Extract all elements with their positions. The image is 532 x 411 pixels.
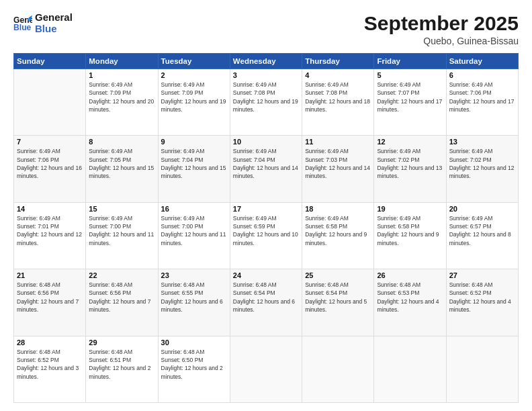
month-title: September 2025 [364,12,519,34]
table-row: 21Sunrise: 6:48 AMSunset: 6:56 PMDayligh… [14,269,86,336]
day-number: 24 [233,271,299,279]
table-row: 25Sunrise: 6:48 AMSunset: 6:54 PMDayligh… [302,269,374,336]
page: General Blue General Blue September 2025… [0,0,532,411]
day-info: Sunrise: 6:49 AMSunset: 7:04 PMDaylight:… [161,147,227,180]
table-row: 3Sunrise: 6:49 AMSunset: 7:08 PMDaylight… [230,69,302,136]
day-number: 29 [89,338,154,347]
day-info: Sunrise: 6:49 AMSunset: 7:06 PMDaylight:… [449,81,515,113]
day-number: 11 [305,138,371,146]
table-row: 12Sunrise: 6:49 AMSunset: 7:02 PMDayligh… [374,136,446,202]
table-row [374,336,446,402]
day-info: Sunrise: 6:49 AMSunset: 7:00 PMDaylight:… [161,214,227,247]
calendar-week-row: 7Sunrise: 6:49 AMSunset: 7:06 PMDaylight… [14,136,519,202]
day-info: Sunrise: 6:49 AMSunset: 7:02 PMDaylight:… [449,147,515,180]
day-number: 9 [161,138,227,146]
day-number: 22 [89,271,154,279]
day-number: 30 [161,338,227,347]
table-row [230,336,302,402]
day-number: 10 [233,138,299,146]
table-row: 14Sunrise: 6:49 AMSunset: 7:01 PMDayligh… [14,202,86,269]
day-info: Sunrise: 6:48 AMSunset: 6:51 PMDaylight:… [89,348,154,381]
logo: General Blue General Blue [13,12,73,34]
day-info: Sunrise: 6:49 AMSunset: 7:09 PMDaylight:… [89,81,154,113]
day-number: 20 [449,205,515,213]
calendar-week-row: 1Sunrise: 6:49 AMSunset: 7:09 PMDaylight… [14,69,519,136]
day-info: Sunrise: 6:49 AMSunset: 7:04 PMDaylight:… [233,147,299,180]
table-row: 22Sunrise: 6:48 AMSunset: 6:56 PMDayligh… [86,269,158,336]
day-info: Sunrise: 6:49 AMSunset: 7:08 PMDaylight:… [305,81,371,113]
calendar-header-row: Sunday Monday Tuesday Wednesday Thursday… [14,54,519,69]
table-row: 20Sunrise: 6:49 AMSunset: 6:57 PMDayligh… [446,202,518,269]
table-row: 9Sunrise: 6:49 AMSunset: 7:04 PMDaylight… [158,136,230,202]
day-info: Sunrise: 6:49 AMSunset: 7:09 PMDaylight:… [161,81,227,113]
day-info: Sunrise: 6:49 AMSunset: 7:08 PMDaylight:… [233,81,299,113]
day-info: Sunrise: 6:49 AMSunset: 7:02 PMDaylight:… [377,147,443,180]
day-number: 2 [161,71,227,79]
table-row: 4Sunrise: 6:49 AMSunset: 7:08 PMDaylight… [302,69,374,136]
calendar-week-row: 28Sunrise: 6:48 AMSunset: 6:52 PMDayligh… [14,336,519,402]
day-number: 21 [17,271,83,279]
day-info: Sunrise: 6:49 AMSunset: 7:06 PMDaylight:… [17,147,83,180]
day-number: 23 [161,271,227,279]
title-section: September 2025 Quebo, Guinea-Bissau [364,12,519,46]
logo-line2: Blue [35,24,73,35]
day-info: Sunrise: 6:49 AMSunset: 7:03 PMDaylight:… [305,147,371,180]
col-saturday: Saturday [446,54,518,69]
calendar-table: Sunday Monday Tuesday Wednesday Thursday… [13,53,519,403]
day-info: Sunrise: 6:48 AMSunset: 6:56 PMDaylight:… [17,281,83,314]
logo-icon: General Blue [13,14,32,33]
table-row: 8Sunrise: 6:49 AMSunset: 7:05 PMDaylight… [86,136,158,202]
day-info: Sunrise: 6:48 AMSunset: 6:55 PMDaylight:… [161,281,227,314]
day-number: 28 [17,338,83,347]
day-number: 5 [377,71,443,79]
col-monday: Monday [86,54,158,69]
table-row: 27Sunrise: 6:48 AMSunset: 6:52 PMDayligh… [446,269,518,336]
calendar-week-row: 21Sunrise: 6:48 AMSunset: 6:56 PMDayligh… [14,269,519,336]
table-row: 19Sunrise: 6:49 AMSunset: 6:58 PMDayligh… [374,202,446,269]
day-info: Sunrise: 6:48 AMSunset: 6:52 PMDaylight:… [449,281,515,314]
table-row [14,69,86,136]
table-row: 7Sunrise: 6:49 AMSunset: 7:06 PMDaylight… [14,136,86,202]
table-row: 28Sunrise: 6:48 AMSunset: 6:52 PMDayligh… [14,336,86,402]
table-row: 17Sunrise: 6:49 AMSunset: 6:59 PMDayligh… [230,202,302,269]
day-number: 17 [233,205,299,213]
day-number: 13 [449,138,515,146]
header: General Blue General Blue September 2025… [13,12,519,46]
day-number: 15 [89,205,154,213]
day-info: Sunrise: 6:49 AMSunset: 7:05 PMDaylight:… [89,147,154,180]
day-info: Sunrise: 6:48 AMSunset: 6:56 PMDaylight:… [89,281,154,314]
location: Quebo, Guinea-Bissau [364,36,519,46]
day-info: Sunrise: 6:49 AMSunset: 6:59 PMDaylight:… [233,214,299,247]
day-info: Sunrise: 6:48 AMSunset: 6:54 PMDaylight:… [233,281,299,314]
svg-text:Blue: Blue [13,23,32,32]
day-info: Sunrise: 6:48 AMSunset: 6:50 PMDaylight:… [161,348,227,381]
table-row [302,336,374,402]
day-number: 14 [17,205,83,213]
table-row: 23Sunrise: 6:48 AMSunset: 6:55 PMDayligh… [158,269,230,336]
day-number: 8 [89,138,154,146]
col-friday: Friday [374,54,446,69]
col-tuesday: Tuesday [158,54,230,69]
col-wednesday: Wednesday [230,54,302,69]
table-row: 6Sunrise: 6:49 AMSunset: 7:06 PMDaylight… [446,69,518,136]
col-thursday: Thursday [302,54,374,69]
table-row: 2Sunrise: 6:49 AMSunset: 7:09 PMDaylight… [158,69,230,136]
table-row: 29Sunrise: 6:48 AMSunset: 6:51 PMDayligh… [86,336,158,402]
table-row: 11Sunrise: 6:49 AMSunset: 7:03 PMDayligh… [302,136,374,202]
day-info: Sunrise: 6:49 AMSunset: 7:01 PMDaylight:… [17,214,83,247]
table-row: 26Sunrise: 6:48 AMSunset: 6:53 PMDayligh… [374,269,446,336]
day-info: Sunrise: 6:48 AMSunset: 6:52 PMDaylight:… [17,348,83,381]
table-row: 5Sunrise: 6:49 AMSunset: 7:07 PMDaylight… [374,69,446,136]
day-info: Sunrise: 6:49 AMSunset: 6:58 PMDaylight:… [305,214,371,247]
day-number: 26 [377,271,443,279]
day-number: 4 [305,71,371,79]
day-info: Sunrise: 6:49 AMSunset: 6:58 PMDaylight:… [377,214,443,247]
day-number: 1 [89,71,154,79]
day-info: Sunrise: 6:48 AMSunset: 6:54 PMDaylight:… [305,281,371,314]
table-row: 13Sunrise: 6:49 AMSunset: 7:02 PMDayligh… [446,136,518,202]
day-number: 16 [161,205,227,213]
day-number: 19 [377,205,443,213]
day-number: 12 [377,138,443,146]
table-row [446,336,518,402]
day-number: 3 [233,71,299,79]
